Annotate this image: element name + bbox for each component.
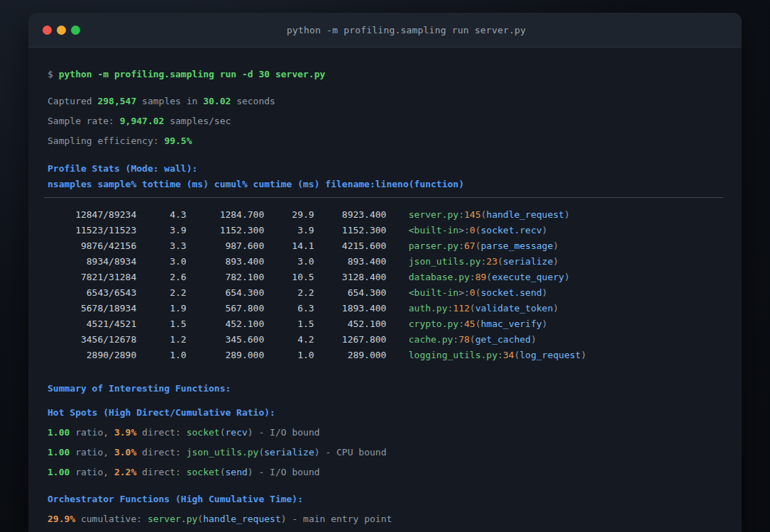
profile-row: 7821/31284 2.6 782.100 10.5 3128.400 dat… (48, 270, 724, 285)
capture-duration: 30.02 (203, 96, 231, 106)
terminal-body[interactable]: $ python -m profiling.sampling run -d 30… (28, 48, 742, 532)
profile-row: 6543/6543 2.2 654.300 2.2 654.300 <built… (48, 285, 724, 301)
command-line: $ python -m profiling.sampling run -d 30… (48, 65, 724, 84)
profile-row: 3456/12678 1.2 345.600 4.2 1267.800 cach… (48, 332, 724, 348)
close-button-icon[interactable] (43, 26, 52, 35)
hot-spots-list: 1.00 ratio, 3.9% direct: socket(recv) - … (48, 423, 724, 482)
shell-prompt: $ (48, 69, 59, 79)
table-header: nsamples sample% tottime (ms) cumul% cum… (48, 177, 724, 192)
profile-row: 8934/8934 3.0 893.400 3.0 893.400 json_u… (48, 254, 724, 270)
orchestrator-item: 29.9% cumulative: server.py(handle_reque… (48, 509, 724, 529)
efficiency-value: 99.5% (164, 135, 192, 146)
window-titlebar: python -m profiling.sampling run server.… (28, 13, 742, 48)
profile-table: 12847/89234 4.3 1284.700 29.9 8923.400 s… (48, 207, 724, 363)
profile-row: 4521/4521 1.5 452.100 1.5 452.100 crypto… (48, 316, 724, 332)
profile-row: 9876/42156 3.3 987.600 14.1 4215.600 par… (48, 238, 724, 254)
samples-count: 298,547 (97, 96, 136, 106)
profile-row: 11523/11523 3.9 1152.300 3.9 1152.300 <b… (48, 223, 724, 238)
sampling-efficiency-line: Sampling efficiency: 99.5% (48, 131, 724, 151)
sample-rate-line: Sample rate: 9,947.02 samples/sec (48, 111, 724, 131)
traffic-lights (43, 13, 80, 47)
window-title: python -m profiling.sampling run server.… (244, 25, 526, 35)
hot-spot-item: 1.00 ratio, 2.2% direct: socket(send) - … (48, 462, 724, 482)
orchestrator-item: 14.1% cumulative: parser.py(parse_messag… (48, 529, 724, 532)
hot-spot-item: 1.00 ratio, 3.0% direct: json_utils.py(s… (48, 443, 724, 462)
orchestrators-list: 29.9% cumulative: server.py(handle_reque… (48, 509, 724, 532)
hot-spots-title: Hot Spots (High Direct/Cumulative Ratio)… (48, 405, 724, 421)
profile-row: 2890/2890 1.0 289.000 1.0 289.000 loggin… (48, 348, 724, 363)
minimize-button-icon[interactable] (57, 26, 66, 35)
sample-rate-value: 9,947.02 (120, 116, 165, 126)
captured-samples-line: Captured 298,547 samples in 30.02 second… (48, 92, 724, 111)
orchestrators-title: Orchestrator Functions (High Cumulative … (48, 492, 724, 507)
summary-title: Summary of Interesting Functions: (48, 381, 724, 397)
maximize-button-icon[interactable] (71, 26, 80, 35)
terminal-window: python -m profiling.sampling run server.… (28, 13, 742, 532)
command-text: python -m profiling.sampling run -d 30 s… (59, 69, 326, 79)
profile-stats-title: Profile Stats (Mode: wall): (48, 161, 724, 177)
profile-row: 12847/89234 4.3 1284.700 29.9 8923.400 s… (48, 207, 724, 223)
table-divider (44, 197, 723, 198)
hot-spot-item: 1.00 ratio, 3.9% direct: socket(recv) - … (48, 423, 724, 443)
profile-row: 5678/18934 1.9 567.800 6.3 1893.400 auth… (48, 301, 724, 316)
